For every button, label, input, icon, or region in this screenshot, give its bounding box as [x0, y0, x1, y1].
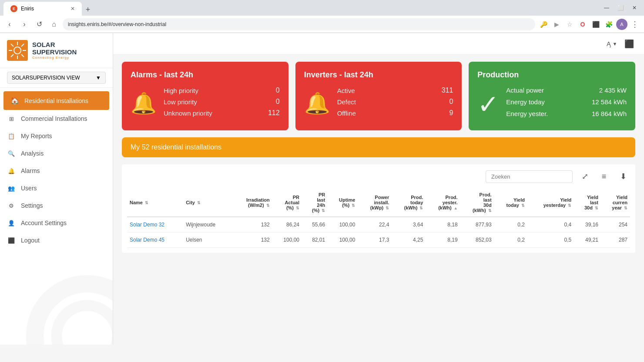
extensions-icon[interactable]: 🧩	[603, 19, 614, 30]
cell-name[interactable]: Solar Demo 32	[127, 217, 183, 232]
translate-icon: A̧	[607, 40, 611, 47]
expand-button[interactable]: ⤢	[578, 169, 592, 183]
home-button[interactable]: ⌂	[48, 18, 60, 30]
opera-icon: O	[577, 19, 588, 30]
search-input[interactable]	[486, 170, 573, 183]
address-bar-row: ‹ › ↺ ⌂ 🔑 ▶ ☆ O ⬛ 🧩 A ⋮	[0, 16, 644, 33]
list-view-button[interactable]: ≡	[597, 169, 611, 183]
table-toolbar: ⤢ ≡ ⬇	[127, 169, 630, 183]
sidebar-item-logout[interactable]: ⬛ Logout	[0, 232, 113, 249]
defect-value: 0	[449, 98, 453, 106]
col-prod-yester[interactable]: Prod.yester.(kWh) ▲	[426, 189, 460, 217]
cell-yield-today: 0,2	[494, 232, 527, 248]
screenshot-icon[interactable]: ⬛	[590, 19, 601, 30]
col-yield-current-year[interactable]: Yieldcurrenyear ⇅	[601, 189, 630, 217]
offline-label: Offline	[337, 110, 356, 117]
cell-city: Uelsen	[183, 232, 232, 248]
sort-icon-yield-year: ⇅	[624, 206, 627, 210]
reload-button[interactable]: ↺	[33, 18, 45, 30]
tab-title: Eniris	[21, 6, 34, 12]
alarms-card-body: 🔔 High priority 0 Low priority 0	[131, 86, 280, 120]
alarm-row-low: Low priority 0	[164, 98, 280, 106]
account-icon: 👤	[7, 220, 16, 226]
installations-table: Name ⇅ City ⇅ Irradiation(W/m2) ⇅ PRActu…	[127, 189, 630, 248]
col-city[interactable]: City ⇅	[183, 189, 232, 217]
alarms-rows: High priority 0 Low priority 0 Unknown p…	[164, 86, 280, 120]
view-selector-button[interactable]: SOLARSUPERVISION VIEW ▼	[7, 72, 106, 84]
cell-yield-year: 254	[601, 217, 630, 232]
cell-name[interactable]: Solar Demo 45	[127, 232, 183, 248]
alarms-card-title: Alarms - last 24h	[131, 70, 280, 80]
col-pr-last24h[interactable]: PRlast24h(%) ⇅	[302, 189, 328, 217]
inverters-rows: Active 311 Defect 0 Offline 9	[337, 86, 453, 120]
active-value: 311	[442, 86, 453, 94]
col-yield-today[interactable]: Yieldtoday ⇅	[494, 189, 527, 217]
users-icon: 👥	[7, 185, 16, 192]
cell-prod-today: 4,25	[392, 232, 426, 248]
col-uptime[interactable]: Uptime(%) ⇅	[328, 189, 358, 217]
sidebar-item-commercial[interactable]: ⊞ Commercial Installations	[0, 110, 113, 127]
sidebar-item-alarms[interactable]: 🔔 Alarms	[0, 162, 113, 179]
sort-icon-pr-last24h: ⇅	[322, 209, 325, 213]
low-priority-label: Low priority	[164, 98, 197, 106]
unknown-priority-value: 112	[268, 109, 280, 117]
address-input[interactable]	[63, 18, 535, 30]
sort-icon-yield-yest: ⇅	[568, 203, 571, 208]
cell-prod-last30d: 877,93	[460, 217, 494, 232]
logout-top-button[interactable]: ⬛	[623, 38, 635, 50]
col-prod-today[interactable]: Prod.today(kWh) ⇅	[392, 189, 426, 217]
sidebar-item-settings[interactable]: ⚙ Settings	[0, 197, 113, 214]
table-row: Solar Demo 32 Wijnjewoude 132 86,24 55,6…	[127, 217, 630, 232]
view-selector[interactable]: SOLARSUPERVISION VIEW ▼	[0, 68, 113, 88]
col-pr-actual[interactable]: PRActual(%) ⇅	[272, 189, 302, 217]
cell-pr-actual: 86,24	[272, 217, 302, 232]
production-card-title: Production	[477, 70, 627, 80]
sidebar-item-reports[interactable]: 📋 My Reports	[0, 127, 113, 145]
new-tab-button[interactable]: +	[82, 3, 94, 16]
settings-label: Settings	[21, 202, 43, 209]
sidebar-item-users[interactable]: 👥 Users	[0, 179, 113, 197]
inverter-bell-icon: 🔔	[304, 91, 330, 116]
sidebar-item-account[interactable]: 👤 Account Settings	[0, 214, 113, 232]
production-card: Production ✓ Actual power 2 435 kW Energ…	[469, 62, 635, 130]
col-irradiation[interactable]: Irradiation(W/m2) ⇅	[232, 189, 272, 217]
menu-button[interactable]: ⋮	[629, 19, 641, 30]
browser-actions: 🔑 ▶ ☆ O ⬛ 🧩 A ⋮	[538, 19, 641, 30]
back-button[interactable]: ‹	[3, 18, 16, 30]
translate-button[interactable]: A̧ ▼	[606, 38, 618, 50]
maximize-button[interactable]: ⬜	[614, 2, 627, 14]
cell-power-install: 17,3	[358, 232, 392, 248]
active-tab[interactable]: E Eniris ✕	[3, 2, 82, 16]
tab-close-button[interactable]: ✕	[70, 6, 75, 12]
cell-uptime: 100,00	[328, 232, 358, 248]
col-name[interactable]: Name ⇅	[127, 189, 183, 217]
bookmark-icon[interactable]: ☆	[564, 19, 575, 30]
cell-pr-actual: 100,00	[272, 232, 302, 248]
cell-yield-last30d: 49,21	[574, 232, 601, 248]
home-icon: 🏠	[10, 96, 19, 105]
col-yield-yesterday[interactable]: Yieldyesterday ⇅	[527, 189, 574, 217]
account-label: Account Settings	[21, 219, 67, 226]
cell-yield-last30d: 39,16	[574, 217, 601, 232]
logo-line2: SUPERVISION	[32, 49, 77, 56]
sidebar-item-residential[interactable]: 🏠 Residential Installations	[3, 91, 109, 110]
actual-power-value: 2 435 kW	[599, 86, 627, 94]
minimize-button[interactable]: —	[600, 2, 613, 14]
sidebar-item-analysis[interactable]: 🔍 Analysis	[0, 145, 113, 162]
col-power-install[interactable]: Powerinstall.(kWp) ⇅	[358, 189, 392, 217]
col-yield-last30d[interactable]: Yieldlast30d ⇅	[574, 189, 601, 217]
col-prod-last30d[interactable]: Prod.last30d(kWh) ⇅	[460, 189, 494, 217]
top-bar: A̧ ▼ ⬛	[113, 33, 644, 55]
app-layout: SOLAR SUPERVISION Connecting Energy SOLA…	[0, 33, 644, 345]
table-section: ⤢ ≡ ⬇ Name ⇅ City ⇅ Irradiation(W/m2) ⇅ …	[122, 164, 635, 253]
sort-icon-prod-30d: ⇅	[488, 209, 492, 213]
close-window-button[interactable]: ✕	[628, 2, 641, 14]
user-avatar[interactable]: A	[616, 19, 627, 30]
energy-today-value: 12 584 kWh	[592, 98, 627, 106]
table-body: Solar Demo 32 Wijnjewoude 132 86,24 55,6…	[127, 217, 630, 248]
download-button[interactable]: ⬇	[616, 169, 630, 183]
cell-prod-yester: 8,18	[426, 217, 460, 232]
table-wrapper: Name ⇅ City ⇅ Irradiation(W/m2) ⇅ PRActu…	[127, 189, 630, 248]
forward-button[interactable]: ›	[18, 18, 30, 30]
commercial-icon: ⊞	[7, 116, 16, 122]
